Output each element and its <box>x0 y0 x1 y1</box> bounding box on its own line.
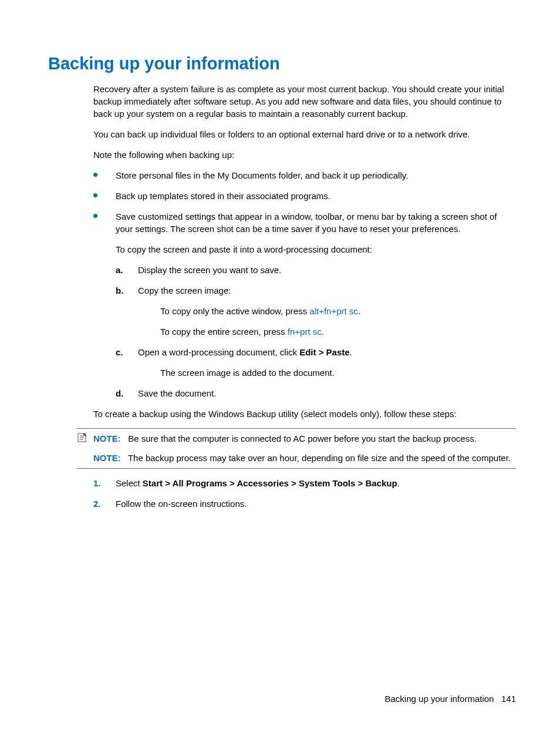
step-c-sub: The screen image is added to the documen… <box>160 367 516 379</box>
bullet-text: Save customized settings that appear in … <box>116 211 497 234</box>
step-a: a. Display the screen you want to save. <box>116 264 516 276</box>
text: Open a word-processing document, click <box>138 347 299 357</box>
step-b: b. Copy the screen image: To copy only t… <box>116 284 516 338</box>
step-b-sub2: To copy the entire screen, press fn+prt … <box>160 325 516 338</box>
step-marker: 2. <box>93 498 101 510</box>
paragraph-backup-steps: To create a backup using the Windows Bac… <box>93 408 516 420</box>
menu-path: Start > All Programs > Accessories > Sys… <box>143 478 397 488</box>
step-text: Save the document. <box>138 388 216 398</box>
step-marker: 1. <box>93 477 101 489</box>
note-box: NOTE: Be sure that the computer is conne… <box>77 428 516 469</box>
text: . <box>358 306 360 316</box>
note-2: NOTE: The backup process may take over a… <box>93 452 516 465</box>
note-icon <box>77 432 87 445</box>
keyboard-shortcut: fn+prt sc <box>288 327 322 337</box>
step-d: d. Save the document. <box>116 387 516 399</box>
step-text: Copy the screen image: <box>138 285 231 295</box>
note-label: NOTE: <box>93 434 121 443</box>
step-text: Follow the on-screen instructions. <box>116 499 247 509</box>
menu-path: Edit > Paste <box>299 347 349 357</box>
step-text: Select Start > All Programs > Accessorie… <box>116 478 400 488</box>
footer-section-title: Backing up your information <box>385 694 494 704</box>
intro-paragraph-1: Recovery after a system failure is as co… <box>93 83 516 120</box>
text: Select <box>116 478 143 488</box>
step-marker: c. <box>116 346 123 358</box>
text: To copy the entire screen, press <box>160 327 288 337</box>
note-label: NOTE: <box>93 453 121 463</box>
step-marker: d. <box>116 387 123 399</box>
page-footer: Backing up your information 141 <box>385 694 516 704</box>
note-1: NOTE: Be sure that the computer is conne… <box>93 432 516 446</box>
intro-paragraph-2: You can back up individual files or fold… <box>93 128 516 140</box>
text: . <box>350 347 352 357</box>
letter-list: a. Display the screen you want to save. … <box>116 264 516 399</box>
bullet-item: Back up templates stored in their associ… <box>93 190 516 202</box>
bullet-item: Store personal files in the My Documents… <box>93 169 516 182</box>
sub-paragraph: To copy the screen and paste it into a w… <box>116 243 516 256</box>
text: . <box>322 327 324 337</box>
step-text: Open a word-processing document, click E… <box>138 347 352 357</box>
note-text: Be sure that the computer is connected t… <box>128 434 477 443</box>
step-b-sub1: To copy only the active window, press al… <box>160 305 516 317</box>
keyboard-shortcut: alt+fn+prt sc <box>309 306 358 316</box>
step-marker: a. <box>116 264 123 276</box>
page-title: Backing up your information <box>48 54 516 73</box>
number-list: 1. Select Start > All Programs > Accesso… <box>93 477 516 510</box>
num-step-1: 1. Select Start > All Programs > Accesso… <box>93 477 516 489</box>
bullet-list: Store personal files in the My Documents… <box>93 169 516 399</box>
intro-paragraph-3: Note the following when backing up: <box>93 149 516 161</box>
footer-page-number: 141 <box>501 694 516 704</box>
note-text: The backup process may take over an hour… <box>128 453 511 463</box>
step-c: c. Open a word-processing document, clic… <box>116 346 516 379</box>
step-text: Display the screen you want to save. <box>138 265 281 275</box>
bullet-item: Save customized settings that appear in … <box>93 210 516 399</box>
num-step-2: 2. Follow the on-screen instructions. <box>93 498 516 510</box>
text: . <box>397 478 400 488</box>
step-marker: b. <box>116 284 123 297</box>
text: To copy only the active window, press <box>160 306 309 316</box>
